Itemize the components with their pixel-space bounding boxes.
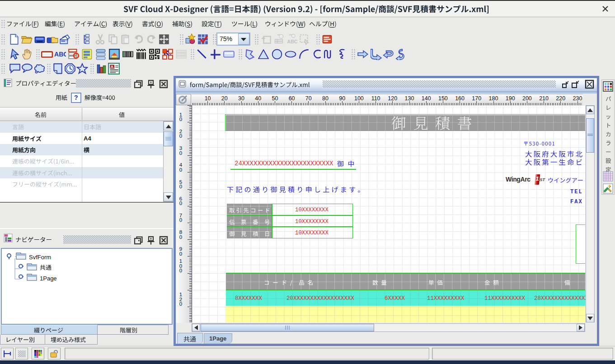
svg-text:0: 0 (179, 301, 182, 307)
svg-text:0: 0 (179, 133, 182, 139)
svg-text:220: 220 (556, 95, 565, 102)
svg-text:140: 140 (422, 95, 431, 102)
svg-text:0: 0 (179, 167, 182, 173)
svg-text:100: 100 (354, 95, 364, 102)
svg-text:20: 20 (221, 95, 228, 102)
svg-text:40: 40 (255, 95, 261, 102)
svg-text:180: 180 (489, 95, 498, 102)
svg-text:70: 70 (305, 95, 312, 102)
svg-text:60: 60 (289, 95, 295, 102)
svg-text:0: 0 (179, 201, 182, 206)
svg-text:A: A (110, 65, 113, 69)
svg-text:30: 30 (238, 95, 244, 102)
svg-text:210: 210 (539, 95, 549, 102)
svg-text:200: 200 (522, 95, 532, 102)
svg-text:170: 170 (472, 95, 481, 102)
svg-text:120: 120 (388, 95, 397, 102)
svg-text:0: 0 (179, 234, 182, 240)
svg-text:10: 10 (205, 95, 211, 102)
svg-text:90: 90 (339, 95, 345, 102)
svg-text:110: 110 (371, 95, 380, 102)
svg-text:0: 0 (179, 268, 182, 273)
svg-text:50: 50 (272, 95, 278, 102)
svg-text:150: 150 (438, 95, 448, 102)
svg-text:0: 0 (179, 217, 182, 223)
svg-text:80: 80 (322, 95, 329, 102)
svg-text:ABC: ABC (287, 39, 298, 44)
svg-text:ABC: ABC (54, 51, 66, 58)
svg-text:160: 160 (455, 95, 465, 102)
svg-text:0: 0 (179, 117, 182, 122)
svg-text:0: 0 (179, 184, 182, 189)
svg-text:130: 130 (405, 95, 414, 102)
svg-text:190: 190 (506, 95, 515, 102)
svg-text:230: 230 (573, 95, 582, 102)
svg-text:0: 0 (179, 150, 182, 156)
svg-text:0: 0 (179, 251, 182, 257)
